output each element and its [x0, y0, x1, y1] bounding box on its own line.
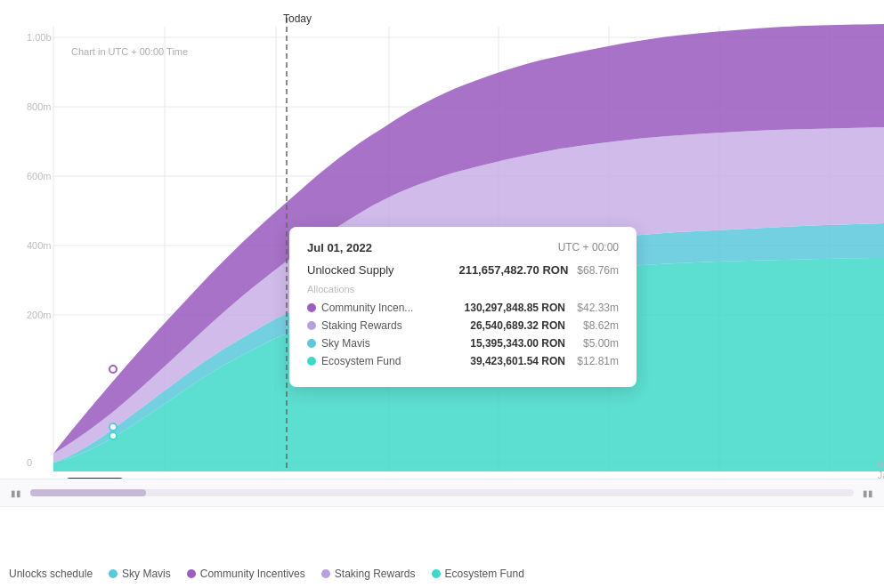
legend-label-1: Community Incentives — [200, 568, 305, 580]
legend-item-3: Ecosystem Fund — [432, 568, 524, 580]
tooltip-alloc-row-1: Staking Rewards 26,540,689.32 RON $8.62m — [307, 319, 619, 332]
tooltip-alloc-rows: Community Incen... 130,297,848.85 RON $4… — [307, 302, 619, 367]
alloc-name-0: Community Incen... — [321, 302, 413, 314]
alloc-ron-3: 39,423,601.54 RON — [470, 355, 565, 367]
alloc-dot-0 — [307, 303, 316, 312]
alloc-usd-0: $42.33m — [574, 302, 619, 314]
alloc-dot-3 — [307, 357, 316, 366]
alloc-dot-2 — [307, 339, 316, 348]
alloc-usd-3: $12.81m — [574, 355, 619, 367]
legend-label-0: Sky Mavis — [122, 568, 171, 580]
alloc-right-3: 39,423,601.54 RON $12.81m — [470, 355, 619, 367]
tooltip-supply-usd: $68.76m — [577, 264, 619, 277]
tooltip-header: Jul 01, 2022 UTC + 00:00 — [307, 241, 619, 254]
alloc-usd-1: $8.62m — [574, 319, 619, 332]
alloc-left-1: Staking Rewards — [307, 319, 450, 332]
scroll-track[interactable] — [30, 489, 854, 496]
legend-items: Sky Mavis Community Incentives Staking R… — [109, 568, 524, 580]
tooltip-date: Jul 01, 2022 — [307, 241, 372, 254]
chart-tooltip: Jul 01, 2022 UTC + 00:00 Unlocked Supply… — [289, 227, 637, 387]
alloc-ron-1: 26,540,689.32 RON — [470, 319, 565, 332]
tooltip-alloc-title: Allocations — [307, 284, 619, 294]
alloc-left-2: Sky Mavis — [307, 337, 450, 350]
alloc-right-2: 15,395,343.00 RON $5.00m — [470, 337, 619, 350]
tooltip-alloc-row-0: Community Incen... 130,297,848.85 RON $4… — [307, 302, 619, 314]
y-label-400m: 400m — [27, 240, 52, 251]
alloc-name-1: Staking Rewards — [321, 319, 402, 332]
alloc-ron-0: 130,297,848.85 RON — [465, 302, 565, 314]
y-label-800m: 800m — [27, 101, 52, 112]
alloc-name-3: Ecosystem Fund — [321, 355, 401, 367]
legend-label-2: Staking Rewards — [335, 568, 416, 580]
y-label-1b: 1.00b — [27, 32, 52, 43]
tooltip-alloc-row-3: Ecosystem Fund 39,423,601.54 RON $12.81m — [307, 355, 619, 367]
tooltip-alloc-row-2: Sky Mavis 15,395,343.00 RON $5.00m — [307, 337, 619, 350]
scrollbar-area[interactable]: ▮▮ ▮▮ — [0, 479, 884, 507]
legend-item-0: Sky Mavis — [109, 568, 171, 580]
scroll-thumb[interactable] — [30, 489, 146, 496]
chart-info-label: Chart in UTC + 00:00 Time — [71, 46, 188, 57]
legend-dot-3 — [432, 569, 441, 578]
legend-label-3: Ecosystem Fund — [445, 568, 524, 580]
alloc-left-0: Community Incen... — [307, 302, 450, 314]
y-label-0: 0 — [27, 457, 32, 468]
tooltip-supply-label: Unlocked Supply — [307, 263, 394, 277]
tooltip-timezone: UTC + 00:00 — [558, 241, 619, 254]
tooltip-supply-row: Unlocked Supply 211,657,482.70 RON $68.7… — [307, 263, 619, 277]
alloc-ron-2: 15,395,343.00 RON — [470, 337, 565, 350]
legend-dot-1 — [187, 569, 196, 578]
alloc-right-1: 26,540,689.32 RON $8.62m — [470, 319, 619, 332]
chart-container: Today Chart in UTC + 00:00 Time 1.00b 80… — [0, 0, 884, 534]
tooltip-supply-ron: 211,657,482.70 RON — [458, 263, 568, 277]
alloc-right-0: 130,297,848.85 RON $42.33m — [465, 302, 619, 314]
legend-title: Unlocks schedule — [9, 568, 93, 580]
today-label: Today — [283, 12, 312, 25]
alloc-dot-1 — [307, 321, 316, 330]
legend-dot-2 — [321, 569, 330, 578]
svg-point-15 — [109, 366, 117, 373]
alloc-left-3: Ecosystem Fund — [307, 355, 450, 367]
legend-item-1: Community Incentives — [187, 568, 305, 580]
tooltip-supply-values: 211,657,482.70 RON $68.76m — [458, 263, 619, 277]
svg-point-16 — [109, 423, 117, 431]
alloc-usd-2: $5.00m — [574, 337, 619, 350]
svg-point-17 — [109, 432, 117, 439]
legend-item-2: Staking Rewards — [321, 568, 416, 580]
scroll-right-btn[interactable]: ▮▮ — [859, 487, 877, 500]
legend-dot-0 — [109, 569, 118, 578]
y-label-200m: 200m — [27, 310, 52, 320]
y-label-600m: 600m — [27, 171, 52, 181]
alloc-name-2: Sky Mavis — [321, 337, 370, 350]
legend: Unlocks schedule Sky Mavis Community Inc… — [0, 561, 884, 586]
scroll-left-btn[interactable]: ▮▮ — [7, 487, 25, 500]
